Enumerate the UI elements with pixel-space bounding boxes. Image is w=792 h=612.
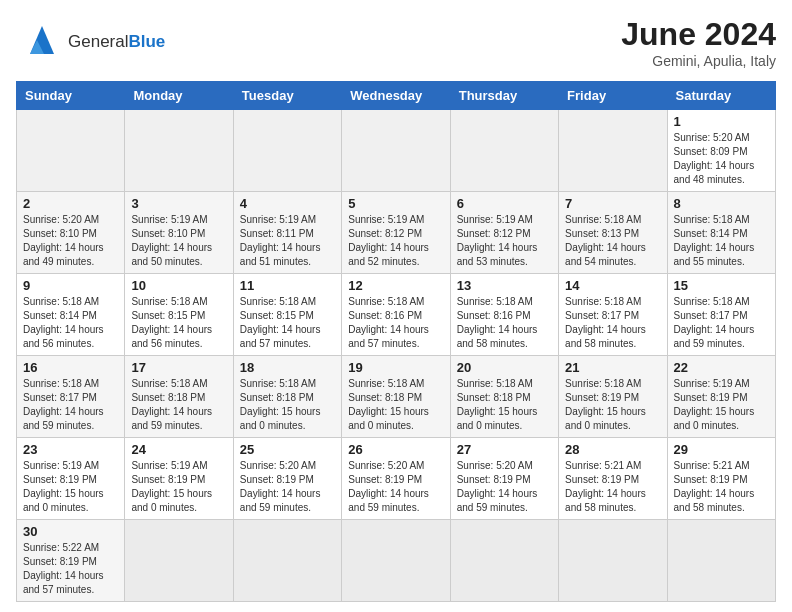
day-number: 16 [23,360,118,375]
weekday-header-saturday: Saturday [667,82,775,110]
calendar-week-row: 30Sunrise: 5:22 AMSunset: 8:19 PMDayligh… [17,520,776,602]
day-info: Sunrise: 5:18 AMSunset: 8:14 PMDaylight:… [23,295,118,351]
logo: GeneralBlue [16,16,165,68]
day-number: 27 [457,442,552,457]
calendar-cell: 9Sunrise: 5:18 AMSunset: 8:14 PMDaylight… [17,274,125,356]
day-number: 10 [131,278,226,293]
calendar-cell: 12Sunrise: 5:18 AMSunset: 8:16 PMDayligh… [342,274,450,356]
calendar-cell: 16Sunrise: 5:18 AMSunset: 8:17 PMDayligh… [17,356,125,438]
day-number: 6 [457,196,552,211]
calendar-cell: 28Sunrise: 5:21 AMSunset: 8:19 PMDayligh… [559,438,667,520]
day-info: Sunrise: 5:18 AMSunset: 8:13 PMDaylight:… [565,213,660,269]
day-number: 21 [565,360,660,375]
calendar-week-row: 2Sunrise: 5:20 AMSunset: 8:10 PMDaylight… [17,192,776,274]
month-title: June 2024 [621,16,776,53]
day-info: Sunrise: 5:18 AMSunset: 8:18 PMDaylight:… [348,377,443,433]
page-header: GeneralBlue June 2024 Gemini, Apulia, It… [16,16,776,69]
day-number: 25 [240,442,335,457]
weekday-header-friday: Friday [559,82,667,110]
weekday-header-thursday: Thursday [450,82,558,110]
calendar-cell: 15Sunrise: 5:18 AMSunset: 8:17 PMDayligh… [667,274,775,356]
day-info: Sunrise: 5:18 AMSunset: 8:14 PMDaylight:… [674,213,769,269]
calendar-cell: 10Sunrise: 5:18 AMSunset: 8:15 PMDayligh… [125,274,233,356]
calendar-cell: 22Sunrise: 5:19 AMSunset: 8:19 PMDayligh… [667,356,775,438]
day-number: 17 [131,360,226,375]
weekday-header-tuesday: Tuesday [233,82,341,110]
calendar-cell: 23Sunrise: 5:19 AMSunset: 8:19 PMDayligh… [17,438,125,520]
calendar-cell [342,110,450,192]
day-info: Sunrise: 5:20 AMSunset: 8:09 PMDaylight:… [674,131,769,187]
calendar-cell [233,110,341,192]
day-info: Sunrise: 5:20 AMSunset: 8:19 PMDaylight:… [348,459,443,515]
day-number: 5 [348,196,443,211]
day-info: Sunrise: 5:20 AMSunset: 8:19 PMDaylight:… [240,459,335,515]
calendar-cell: 26Sunrise: 5:20 AMSunset: 8:19 PMDayligh… [342,438,450,520]
day-info: Sunrise: 5:18 AMSunset: 8:17 PMDaylight:… [674,295,769,351]
day-number: 13 [457,278,552,293]
day-number: 1 [674,114,769,129]
day-info: Sunrise: 5:18 AMSunset: 8:15 PMDaylight:… [240,295,335,351]
weekday-header-monday: Monday [125,82,233,110]
day-number: 7 [565,196,660,211]
day-number: 3 [131,196,226,211]
weekday-header-wednesday: Wednesday [342,82,450,110]
day-number: 24 [131,442,226,457]
calendar-cell: 25Sunrise: 5:20 AMSunset: 8:19 PMDayligh… [233,438,341,520]
day-number: 19 [348,360,443,375]
calendar-cell: 18Sunrise: 5:18 AMSunset: 8:18 PMDayligh… [233,356,341,438]
calendar-cell: 7Sunrise: 5:18 AMSunset: 8:13 PMDaylight… [559,192,667,274]
day-number: 11 [240,278,335,293]
calendar-week-row: 1Sunrise: 5:20 AMSunset: 8:09 PMDaylight… [17,110,776,192]
day-number: 8 [674,196,769,211]
calendar-cell: 14Sunrise: 5:18 AMSunset: 8:17 PMDayligh… [559,274,667,356]
weekday-header-sunday: Sunday [17,82,125,110]
day-number: 12 [348,278,443,293]
calendar-cell: 17Sunrise: 5:18 AMSunset: 8:18 PMDayligh… [125,356,233,438]
title-area: June 2024 Gemini, Apulia, Italy [621,16,776,69]
calendar-cell: 13Sunrise: 5:18 AMSunset: 8:16 PMDayligh… [450,274,558,356]
day-info: Sunrise: 5:18 AMSunset: 8:19 PMDaylight:… [565,377,660,433]
day-info: Sunrise: 5:20 AMSunset: 8:19 PMDaylight:… [457,459,552,515]
day-info: Sunrise: 5:20 AMSunset: 8:10 PMDaylight:… [23,213,118,269]
calendar-body: 1Sunrise: 5:20 AMSunset: 8:09 PMDaylight… [17,110,776,602]
day-number: 9 [23,278,118,293]
day-info: Sunrise: 5:21 AMSunset: 8:19 PMDaylight:… [674,459,769,515]
day-number: 18 [240,360,335,375]
logo-text: GeneralBlue [68,32,165,52]
calendar-cell: 21Sunrise: 5:18 AMSunset: 8:19 PMDayligh… [559,356,667,438]
calendar-cell: 5Sunrise: 5:19 AMSunset: 8:12 PMDaylight… [342,192,450,274]
day-info: Sunrise: 5:18 AMSunset: 8:18 PMDaylight:… [240,377,335,433]
calendar-cell: 2Sunrise: 5:20 AMSunset: 8:10 PMDaylight… [17,192,125,274]
weekday-header-row: SundayMondayTuesdayWednesdayThursdayFrid… [17,82,776,110]
day-number: 23 [23,442,118,457]
calendar-table: SundayMondayTuesdayWednesdayThursdayFrid… [16,81,776,602]
calendar-cell [233,520,341,602]
day-info: Sunrise: 5:18 AMSunset: 8:16 PMDaylight:… [348,295,443,351]
calendar-cell: 1Sunrise: 5:20 AMSunset: 8:09 PMDaylight… [667,110,775,192]
calendar-week-row: 23Sunrise: 5:19 AMSunset: 8:19 PMDayligh… [17,438,776,520]
day-number: 26 [348,442,443,457]
logo-icon [16,16,64,68]
calendar-cell [559,520,667,602]
calendar-week-row: 16Sunrise: 5:18 AMSunset: 8:17 PMDayligh… [17,356,776,438]
location-subtitle: Gemini, Apulia, Italy [621,53,776,69]
day-info: Sunrise: 5:19 AMSunset: 8:10 PMDaylight:… [131,213,226,269]
calendar-cell: 30Sunrise: 5:22 AMSunset: 8:19 PMDayligh… [17,520,125,602]
calendar-cell: 4Sunrise: 5:19 AMSunset: 8:11 PMDaylight… [233,192,341,274]
day-number: 14 [565,278,660,293]
day-info: Sunrise: 5:18 AMSunset: 8:15 PMDaylight:… [131,295,226,351]
day-info: Sunrise: 5:18 AMSunset: 8:16 PMDaylight:… [457,295,552,351]
calendar-cell: 6Sunrise: 5:19 AMSunset: 8:12 PMDaylight… [450,192,558,274]
calendar-cell [667,520,775,602]
day-info: Sunrise: 5:19 AMSunset: 8:12 PMDaylight:… [457,213,552,269]
day-info: Sunrise: 5:18 AMSunset: 8:17 PMDaylight:… [565,295,660,351]
calendar-week-row: 9Sunrise: 5:18 AMSunset: 8:14 PMDaylight… [17,274,776,356]
day-number: 4 [240,196,335,211]
calendar-cell [450,110,558,192]
day-info: Sunrise: 5:21 AMSunset: 8:19 PMDaylight:… [565,459,660,515]
calendar-cell: 29Sunrise: 5:21 AMSunset: 8:19 PMDayligh… [667,438,775,520]
day-info: Sunrise: 5:19 AMSunset: 8:12 PMDaylight:… [348,213,443,269]
day-info: Sunrise: 5:18 AMSunset: 8:17 PMDaylight:… [23,377,118,433]
calendar-cell: 27Sunrise: 5:20 AMSunset: 8:19 PMDayligh… [450,438,558,520]
day-info: Sunrise: 5:19 AMSunset: 8:19 PMDaylight:… [674,377,769,433]
